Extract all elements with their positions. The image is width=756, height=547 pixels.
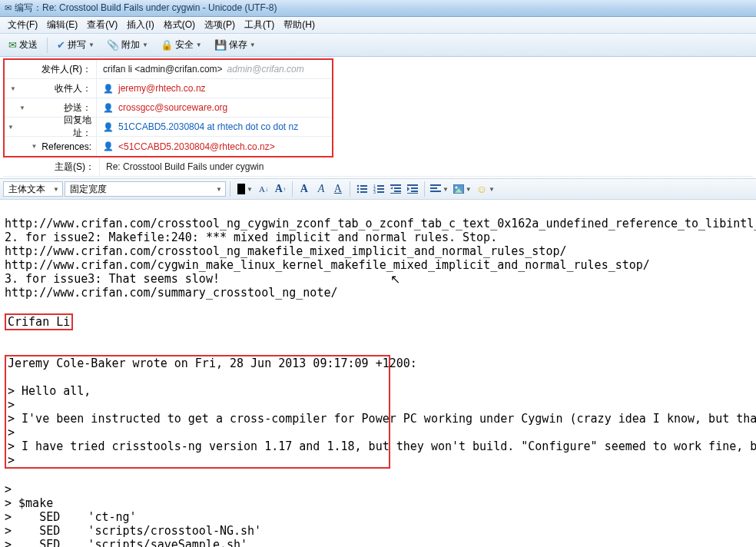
svg-rect-5 — [360, 191, 367, 193]
separator — [424, 181, 425, 197]
menu-insert[interactable]: 插入(I) — [122, 17, 158, 33]
body-line: http://www.crifan.com/cygwin_make_linux_… — [5, 258, 650, 272]
attach-label: 附加 — [121, 38, 140, 51]
italic-button[interactable]: A — [313, 181, 329, 197]
body-line: 3. for issue3: That seems slow! — [5, 272, 220, 286]
svg-rect-1 — [360, 185, 367, 187]
menu-tools[interactable]: 工具(T) — [240, 17, 279, 33]
reply-value: 51CCABD5.2030804 at rhtech dot co dot nz — [118, 121, 298, 132]
chevron-down-icon: ▼ — [88, 41, 94, 48]
chevron-down-icon: ▼ — [247, 186, 253, 193]
svg-rect-16 — [390, 193, 401, 194]
font-family-select[interactable]: 固定宽度 ▼ — [65, 181, 226, 197]
menu-view[interactable]: 查看(V) — [82, 17, 122, 33]
svg-point-0 — [357, 185, 360, 187]
separator — [292, 181, 293, 197]
chevron-down-icon[interactable]: ▼ — [8, 124, 14, 131]
chevron-down-icon: ▼ — [466, 186, 472, 193]
menu-edit[interactable]: 编辑(E) — [42, 17, 82, 33]
indent-icon — [407, 184, 418, 194]
chevron-down-icon: ▼ — [142, 41, 148, 48]
cc-label: 抄送： — [64, 101, 91, 114]
security-button[interactable]: 🔒 安全 ▼ — [155, 36, 207, 55]
window-titlebar: ✉ 编写：Re: Crosstool Build Fails under cyg… — [0, 0, 756, 17]
quote-line: > SED 'scripts/saveSample.sh' — [5, 538, 247, 547]
font-family-value: 固定宽度 — [70, 183, 107, 196]
number-list-button[interactable]: 123 — [371, 181, 386, 197]
attach-button[interactable]: 📎 附加 ▼ — [101, 36, 154, 55]
subject-input[interactable]: Re: Crosstool Build Fails under cygwin — [100, 161, 753, 172]
align-left-icon — [430, 184, 441, 194]
outdent-button[interactable] — [388, 181, 403, 197]
svg-rect-19 — [411, 187, 418, 189]
from-value-cell[interactable]: crifan li <admin@crifan.com> admin@crifa… — [97, 64, 332, 75]
menu-help[interactable]: 帮助(H) — [279, 17, 320, 33]
save-icon: 💾 — [214, 39, 227, 51]
spell-icon: ✔ — [57, 39, 65, 51]
svg-rect-20 — [411, 191, 418, 192]
chevron-down-icon[interactable]: ▼ — [19, 104, 25, 111]
align-button[interactable]: ▼ — [429, 181, 450, 197]
references-label-cell[interactable]: ▼ References: — [5, 137, 97, 156]
to-row: ▼ 收件人： 👤 jeremy@rhtech.co.nz — [5, 79, 332, 98]
to-label-cell[interactable]: ▼ 收件人： — [5, 79, 97, 98]
save-button[interactable]: 💾 保存 ▼ — [209, 36, 261, 55]
menu-file[interactable]: 文件(F) — [3, 17, 42, 33]
person-icon: 👤 — [103, 122, 114, 132]
subject-label: 主题(S)： — [55, 161, 94, 174]
svg-rect-15 — [394, 191, 401, 192]
svg-rect-3 — [360, 188, 367, 190]
smiley-icon: ☺ — [476, 183, 487, 195]
lock-icon: 🔒 — [161, 39, 173, 51]
insert-image-icon — [453, 184, 464, 194]
bold-button[interactable]: A — [297, 181, 312, 197]
subject-label-cell: 主题(S)： — [3, 157, 100, 176]
send-icon: ✉ — [8, 39, 17, 51]
menu-format[interactable]: 格式(O) — [159, 17, 200, 33]
text-color-button[interactable]: ▼ — [234, 181, 254, 197]
person-icon: 👤 — [103, 84, 114, 94]
from-row: 发件人(R)： crifan li <admin@crifan.com> adm… — [5, 60, 332, 79]
reply-label-cell[interactable]: ▼ 回复地址： — [5, 118, 97, 136]
separator — [47, 38, 48, 53]
spell-button[interactable]: ✔ 拼写 ▼ — [51, 36, 100, 55]
quote-line: > SED 'ct-ng' — [5, 510, 137, 524]
reply-row: ▼ 回复地址： 👤 51CCABD5.2030804 at rhtech dot… — [5, 118, 332, 137]
format-toolbar: 主体文本 ▼ 固定宽度 ▼ ▼ A↓ A↑ A A A 123 ▼ ▼ ☺ ▼ — [0, 178, 756, 200]
chevron-down-icon: ▼ — [443, 186, 449, 193]
chevron-down-icon[interactable]: ▼ — [10, 85, 16, 92]
font-size-dec-button[interactable]: A↓ — [256, 181, 271, 197]
underline-button[interactable]: A — [330, 181, 346, 197]
chevron-down-icon: ▼ — [489, 186, 495, 193]
svg-rect-21 — [407, 193, 418, 194]
quote-line: > $make — [5, 496, 53, 510]
indent-button[interactable] — [405, 181, 420, 197]
cc-value: crossgcc@sourceware.org — [118, 102, 227, 113]
chevron-down-icon: ▼ — [250, 41, 256, 48]
quote-line: > Hello all, — [8, 384, 91, 398]
svg-marker-13 — [390, 187, 393, 189]
menu-options[interactable]: 选项(P) — [200, 17, 240, 33]
font-size-inc-button[interactable]: A↑ — [273, 181, 288, 197]
security-label: 安全 — [175, 38, 194, 51]
bullet-list-button[interactable] — [354, 181, 370, 197]
chevron-down-icon[interactable]: ▼ — [31, 143, 37, 150]
quote-line: > — [5, 482, 12, 496]
separator — [350, 181, 350, 197]
quote-line: > — [8, 398, 15, 412]
message-body[interactable]: http://www.crifan.com/crosstool_ng_cygwi… — [0, 200, 756, 547]
insert-button[interactable]: ▼ — [452, 181, 473, 197]
chevron-down-icon: ▼ — [196, 41, 202, 48]
to-value-cell[interactable]: 👤 jeremy@rhtech.co.nz — [97, 83, 332, 94]
svg-text:3: 3 — [373, 190, 376, 194]
send-button[interactable]: ✉ 发送 — [3, 36, 43, 55]
svg-rect-17 — [407, 184, 418, 186]
cc-value-cell[interactable]: 👤 crossgcc@sourceware.org — [97, 102, 332, 113]
svg-rect-23 — [430, 187, 437, 189]
paragraph-style-select[interactable]: 主体文本 ▼ — [3, 181, 63, 197]
paragraph-style-value: 主体文本 — [8, 183, 45, 196]
emoji-button[interactable]: ☺ ▼ — [475, 181, 496, 197]
reply-value-cell[interactable]: 👤 51CCABD5.2030804 at rhtech dot co dot … — [97, 121, 332, 132]
references-value-cell[interactable]: 👤 <51CCABD5.2030804@rhtech.co.nz> — [97, 141, 332, 152]
svg-rect-9 — [377, 188, 384, 190]
